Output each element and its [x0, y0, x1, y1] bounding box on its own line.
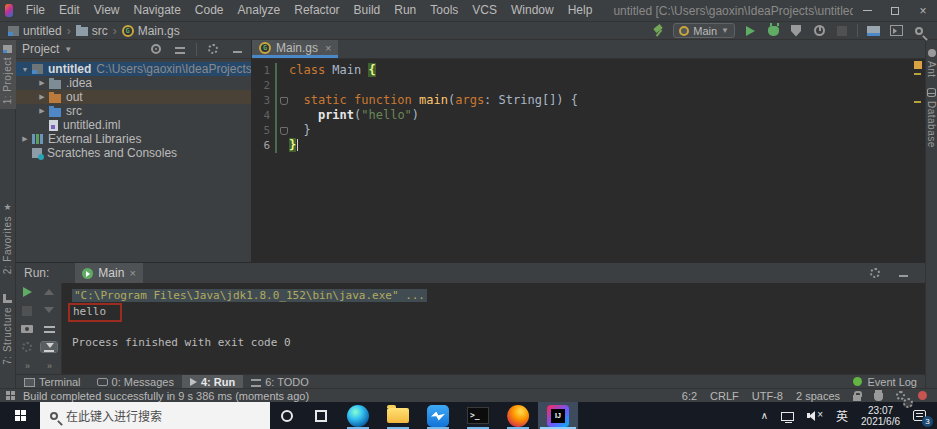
menu-build[interactable]: Build [347, 0, 388, 21]
status-6-2[interactable]: 6:2 [682, 390, 697, 402]
folders-button[interactable] [865, 23, 881, 39]
menu-run[interactable]: Run [387, 0, 423, 21]
menu-help[interactable]: Help [561, 0, 600, 21]
close-icon[interactable]: × [909, 0, 937, 21]
profiler-button[interactable] [811, 23, 827, 39]
down-button[interactable] [41, 305, 57, 314]
toolwindow-tab-terminal[interactable]: Terminal [16, 375, 89, 389]
tool-stripe-ant[interactable]: Ant [926, 44, 937, 83]
task-view-button[interactable] [304, 402, 338, 429]
editor-scroll-marks[interactable] [911, 59, 925, 262]
menu-window[interactable]: Window [504, 0, 561, 21]
tree-item-external-libraries[interactable]: ▶External Libraries [16, 132, 251, 146]
play-button[interactable] [19, 287, 35, 297]
inspection-indicator-icon[interactable] [914, 61, 922, 69]
fold-icon[interactable] [277, 93, 289, 108]
thunder-taskbar-button[interactable] [418, 402, 458, 429]
menu-code[interactable]: Code [188, 0, 231, 21]
status-utf-8[interactable]: UTF-8 [752, 390, 783, 402]
chevron-down-icon[interactable]: ▼ [64, 45, 72, 54]
hector-icon[interactable] [874, 393, 883, 401]
code-area[interactable]: 1class Main {23 static function main(arg… [252, 59, 925, 262]
breadcrumb-untitled[interactable]: untitled [8, 24, 62, 38]
stop-button[interactable] [19, 306, 35, 316]
tree-collapsed-icon[interactable]: ▶ [35, 79, 49, 87]
reddot-icon[interactable] [918, 391, 927, 400]
warning-mark[interactable] [914, 73, 921, 75]
gear-button[interactable] [19, 342, 35, 352]
idea-taskbar-button[interactable] [538, 402, 578, 429]
start-button[interactable] [0, 402, 40, 429]
close-tab-icon[interactable]: × [325, 42, 331, 54]
tree-item-untitled-iml[interactable]: untitled.iml [16, 118, 251, 132]
run-tab-main[interactable]: Main × [75, 263, 142, 283]
tree-item-untitled[interactable]: ▼untitledC:\Users\gaoxin\IdeaProjects\un… [16, 62, 251, 76]
explorer-taskbar-button[interactable] [378, 402, 418, 429]
close-tab-icon[interactable]: × [129, 267, 135, 279]
firefox-taskbar-button[interactable] [498, 402, 538, 429]
status-crlf[interactable]: CRLF [710, 390, 739, 402]
toolwindow-tab-6-todo[interactable]: 6: TODO [243, 375, 317, 389]
toolwindow-tab-0-messages[interactable]: 0: Messages [89, 375, 182, 389]
edge-taskbar-button[interactable] [338, 402, 378, 429]
menu-file[interactable]: File [19, 0, 52, 21]
tree-item-idea[interactable]: ▶.idea [16, 76, 251, 90]
tool-stripe-database[interactable]: Database [926, 83, 937, 153]
toolwindow-tab-4-run[interactable]: 4: Run [182, 375, 243, 389]
event-log-button[interactable]: Event Log [853, 376, 917, 388]
tree-collapsed-icon[interactable]: ▶ [35, 107, 49, 115]
stop-button[interactable] [834, 23, 850, 39]
notification-center-button[interactable]: 3 [913, 408, 929, 424]
menu-tools[interactable]: Tools [423, 0, 465, 21]
cmd-taskbar-button[interactable] [458, 402, 498, 429]
minimize-icon[interactable] [853, 0, 881, 21]
show-hidden-icons-icon[interactable]: ∧ [761, 411, 768, 421]
breadcrumb-main-gs[interactable]: Main.gs [122, 24, 180, 38]
play-button[interactable] [742, 23, 758, 39]
wrap-button[interactable] [41, 324, 57, 333]
tree-expanded-icon[interactable]: ▼ [18, 66, 32, 73]
tool-stripe-1-project[interactable]: 1: Project [0, 40, 16, 109]
volume-muted-icon[interactable] [807, 410, 823, 422]
up-button[interactable] [41, 287, 57, 296]
run-configuration-dropdown[interactable]: Main ▼ [673, 23, 735, 38]
tree-collapsed-icon[interactable]: ▶ [18, 135, 32, 143]
gears-icon[interactable] [896, 391, 905, 400]
taskbar-search-box[interactable]: 在此键入进行搜索 [40, 402, 270, 429]
scrollend-button[interactable] [41, 342, 57, 352]
menu-navigate[interactable]: Navigate [126, 0, 187, 21]
hammer-button[interactable] [650, 23, 666, 39]
debug-button[interactable] [765, 23, 781, 39]
camera-button[interactable] [19, 325, 35, 333]
menu-refactor[interactable]: Refactor [287, 0, 346, 21]
tree-collapsed-icon[interactable]: ▶ [35, 93, 49, 101]
menu-edit[interactable]: Edit [52, 0, 87, 21]
collapse-button[interactable] [172, 41, 188, 57]
breadcrumb-src[interactable]: src [76, 24, 108, 38]
locate-button[interactable] [148, 41, 164, 57]
editor-tab-main-gs[interactable]: Main.gs × [252, 40, 338, 58]
search-button[interactable] [911, 23, 927, 39]
menu-analyze[interactable]: Analyze [231, 0, 288, 21]
lock-icon[interactable] [853, 395, 861, 401]
coverage-button[interactable] [788, 23, 804, 39]
menu-vcs[interactable]: VCS [465, 0, 504, 21]
menu-view[interactable]: View [87, 0, 127, 21]
tree-item-scratches-and-consoles[interactable]: Scratches and Consoles [16, 146, 251, 160]
tree-item-src[interactable]: ▶src [16, 104, 251, 118]
fold-icon[interactable] [277, 123, 289, 138]
run-console[interactable]: "C:\Program Files\Java\jdk1.8.0_152\bin\… [62, 283, 925, 374]
tool-stripe-2-favorites[interactable]: 2: Favorites [2, 197, 13, 279]
network-icon[interactable] [781, 412, 794, 421]
gear-button[interactable] [867, 265, 883, 281]
cortana-button[interactable] [270, 402, 304, 429]
input-language-indicator[interactable]: 英 [836, 407, 848, 424]
warning-mark[interactable] [914, 101, 921, 103]
tool-stripe-7-structure[interactable]: 7: Structure [2, 289, 13, 370]
tree-item-out[interactable]: ▶out [16, 90, 251, 104]
maximize-icon[interactable] [881, 0, 909, 21]
status-message[interactable]: Build completed successfully in 9 s 386 … [23, 390, 309, 402]
min-button[interactable] [895, 265, 911, 281]
terminal-button[interactable] [888, 23, 904, 39]
more-icons-chevron[interactable]: » [25, 361, 29, 371]
